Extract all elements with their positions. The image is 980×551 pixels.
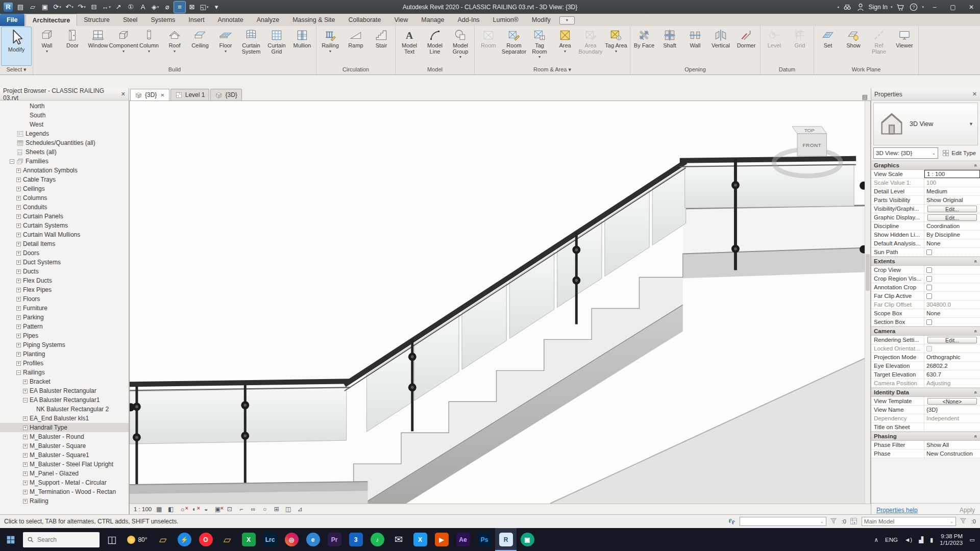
modify-button[interactable]: Modify (1, 27, 32, 66)
save-icon[interactable]: ▣ (39, 2, 51, 13)
expand-icon[interactable]: + (23, 389, 28, 393)
tree-item-profiles[interactable]: +Profiles (0, 359, 129, 368)
tab-analyze[interactable]: Analyze (250, 14, 286, 26)
editable-only-filter-icon[interactable] (829, 517, 839, 526)
taskbar-app-premiere[interactable]: Pr (324, 528, 345, 551)
properties-icon[interactable]: ▤ (15, 2, 26, 13)
tree-item-detail-items[interactable]: +Detail Items (0, 239, 129, 248)
close-button[interactable]: ✕ (964, 1, 979, 13)
close-view-icon[interactable]: ✕ (160, 92, 164, 98)
expand-icon[interactable]: + (16, 178, 21, 182)
room-separator-button[interactable]: Room Separator (501, 27, 527, 66)
tree-item-piping-systems[interactable]: +Piping Systems (0, 340, 129, 349)
expand-icon[interactable]: + (23, 481, 28, 485)
expand-icon[interactable]: + (23, 462, 28, 467)
model-view-3d[interactable]: TOP FRONT (130, 101, 865, 504)
help-icon[interactable]: ? (909, 2, 919, 12)
property-value[interactable]: 304800.0 (924, 300, 980, 309)
expand-icon[interactable]: + (16, 288, 21, 292)
open-icon[interactable]: ▱ (27, 2, 38, 13)
model-viewport[interactable]: TOP FRONT (129, 101, 871, 504)
section-camera[interactable]: Camera« (871, 327, 980, 336)
expand-icon[interactable]: + (16, 205, 21, 210)
dropdown-arrow-icon[interactable]: ▼ (122, 49, 126, 53)
unlocked-3d-view-icon[interactable]: ⌐ (237, 505, 246, 514)
property-value[interactable]: 100 (924, 179, 980, 187)
taskbar-app-screen-share[interactable]: ▣ (517, 528, 538, 551)
temporary-view-properties-icon[interactable]: ○ (260, 505, 269, 514)
tree-item-furniture[interactable]: +Furniture (0, 304, 129, 313)
tree-item-m-support-metal-circular[interactable]: +M_Support - Metal - Circular (0, 478, 129, 487)
text-icon[interactable]: A (137, 2, 149, 13)
ceiling-button[interactable]: Ceiling (187, 27, 213, 66)
tab-structure[interactable]: Structure (77, 14, 116, 26)
tree-item-handrail-type[interactable]: +Handrail Type (0, 423, 129, 432)
tree-item-bracket[interactable]: +Bracket (0, 377, 129, 386)
tab-massing-site[interactable]: Massing & Site (286, 14, 341, 26)
column-button[interactable]: Column▼ (136, 27, 162, 66)
expand-icon[interactable]: + (16, 196, 21, 201)
vertical-button[interactable]: Vertical (708, 27, 733, 66)
dropdown-arrow-icon[interactable]: ▼ (615, 49, 618, 53)
section-graphics[interactable]: Graphics« (871, 161, 980, 170)
tree-item-schedules-quantities-all[interactable]: Schedules/Quantities (all) (0, 138, 129, 147)
collapse-icon[interactable]: − (23, 398, 28, 403)
taskbar-app-instagram[interactable]: ◎ (281, 528, 302, 551)
property-value[interactable]: {3D} (924, 406, 980, 414)
section-icon[interactable]: ⌀ (162, 2, 173, 13)
print-icon[interactable]: ⊟ (88, 2, 100, 13)
collapse-icon[interactable]: − (10, 159, 14, 164)
expand-icon[interactable]: + (16, 361, 21, 366)
property-value[interactable]: Adjusting (924, 379, 980, 387)
view-cube-top-label[interactable]: TOP (804, 128, 815, 133)
worksets-icon[interactable] (727, 517, 737, 526)
tag-area-button[interactable]: 1Tag Area▼ (603, 27, 629, 66)
taskbar-app-weather[interactable]: 80° (122, 528, 152, 551)
dropdown-arrow-icon[interactable]: ▼ (564, 49, 567, 53)
section-extents[interactable]: Extents« (871, 257, 980, 266)
project-browser-close-icon[interactable]: ✕ (121, 91, 126, 97)
view-template-edit-button[interactable]: <None> (927, 398, 977, 405)
expand-icon[interactable]: + (23, 471, 28, 476)
wall-button[interactable]: Wall▼ (34, 27, 60, 66)
show-button[interactable]: Show (841, 27, 866, 66)
property-value[interactable]: Medium (924, 187, 980, 195)
expand-icon[interactable]: + (16, 352, 21, 357)
tag-room-button[interactable]: 1Tag Room▼ (527, 27, 552, 66)
active-design-option-select[interactable]: Main Model⌄ (862, 517, 956, 526)
expand-icon[interactable]: + (16, 187, 21, 191)
tab-file[interactable]: File (0, 14, 24, 26)
tree-item-pattern[interactable]: +Pattern (0, 322, 129, 331)
viewer-button[interactable]: Viewer (892, 27, 917, 66)
canvas-scrollbar-thumb[interactable] (866, 254, 870, 291)
sign-in-button[interactable]: Sign In (869, 4, 888, 11)
expand-icon[interactable]: + (23, 435, 28, 439)
tab-annotate[interactable]: Annotate (211, 14, 250, 26)
section-identity-data[interactable]: Identity Data« (871, 388, 980, 397)
expand-icon[interactable]: + (16, 334, 21, 338)
tree-item-parking[interactable]: +Parking (0, 313, 129, 322)
tab-modify[interactable]: Modify (525, 14, 557, 26)
app-store-cart-icon[interactable] (895, 2, 905, 12)
tree-item-ea-end-baluster-kls1[interactable]: +EA_End Baluster kls1 (0, 414, 129, 423)
edit-type-button[interactable]: Edit Type (940, 148, 978, 158)
dropdown-arrow-icon[interactable]: ▼ (459, 55, 462, 59)
default-3d-view-icon[interactable]: ◈▾ (150, 2, 161, 13)
railing-button[interactable]: Railing▼ (317, 27, 343, 66)
tree-item-m-panel-glazed[interactable]: +M_Panel - Glazed (0, 469, 129, 478)
tab-lumion[interactable]: Lumion® (486, 14, 525, 26)
tree-item-m-baluster-round[interactable]: +M_Baluster - Round (0, 432, 129, 441)
reveal-hidden-elements-icon[interactable]: ∞ (249, 505, 257, 514)
checkbox-far-clip-active[interactable] (926, 293, 932, 299)
expand-icon[interactable]: + (23, 380, 28, 384)
property-value[interactable]: Show Original (924, 196, 980, 204)
sign-in-dropdown-icon[interactable]: ▾ (891, 5, 893, 9)
section-collapse-icon[interactable]: « (973, 164, 979, 167)
canvas-scrollbar[interactable] (865, 101, 870, 504)
constraints-icon[interactable]: ⊿ (296, 505, 304, 514)
restore-button[interactable]: ▢ (945, 1, 961, 13)
detail-level-icon[interactable]: ▦ (155, 505, 163, 514)
sun-path-icon[interactable]: ☼✕ (178, 505, 187, 514)
search-collapse-icon[interactable]: ◂ (837, 5, 839, 9)
expand-icon[interactable]: + (23, 499, 28, 504)
